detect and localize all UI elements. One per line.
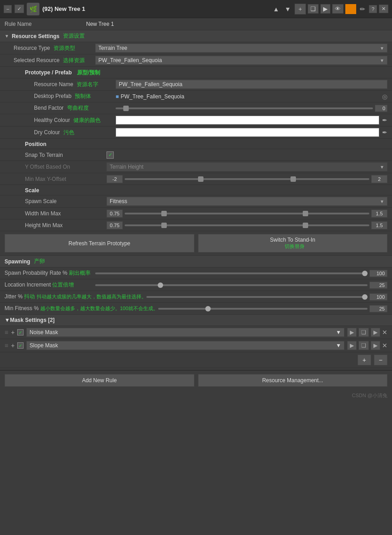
bend-factor-label: Bend Factor 弯曲程度 [34, 104, 116, 112]
dropdown-arrow-icon: ▼ [380, 46, 384, 51]
height-minmax-value: 0.75 1.5 [106, 221, 387, 229]
height-max[interactable]: 1.5 [371, 221, 387, 229]
noise-copy-button[interactable]: ❑ [358, 328, 369, 337]
resource-type-dropdown[interactable]: Terrain Tree ▼ [95, 44, 387, 53]
width-thumb-left[interactable] [161, 211, 167, 216]
resource-settings-header[interactable]: ▼ Resource Settings 资源设置 [0, 30, 392, 42]
slope-mask-icons: ▶ ❑ ▶ ✕ [347, 341, 387, 350]
spawning-title: Spawning [5, 258, 30, 265]
snap-to-terrain-row: Snap To Terrain ✓ [0, 149, 392, 161]
minmax-y-min[interactable]: -2 [106, 175, 123, 183]
dropdown-arrow5-icon: ▼ [336, 342, 341, 349]
resource-type-value: Terrain Tree ▼ [95, 44, 387, 53]
slope-remove-button[interactable]: ✕ [382, 341, 387, 350]
icon-button[interactable]: 🌿 [27, 3, 39, 15]
slope-mask-dropdown[interactable]: Slope Mask ▼ [26, 341, 344, 350]
min-fitness-label: Min Fitness % 越小数量会越多，越大数量会越少。100就不会生成。 [5, 305, 158, 312]
jitter-thumb[interactable] [362, 294, 368, 300]
spawn-prob-track[interactable] [95, 272, 368, 274]
snap-to-terrain-checkbox[interactable]: ✓ [106, 151, 114, 159]
noise-remove-button[interactable]: ✕ [382, 328, 387, 337]
height-range-track[interactable] [125, 224, 369, 226]
width-min[interactable]: 0.75 [106, 209, 123, 218]
switch-standin-button[interactable]: Switch To Stand-In 切换替身 [198, 234, 388, 253]
down-arrow-icon[interactable]: ▼ [283, 5, 293, 14]
mask-settings-header[interactable]: ▼ Mask Settings [2] [0, 315, 392, 326]
y-offset-dropdown[interactable]: Terrain Height ▼ [106, 162, 387, 171]
bend-factor-value: 0 [116, 105, 387, 112]
width-max[interactable]: 1.5 [371, 209, 387, 218]
min-fitness-track[interactable] [158, 308, 368, 310]
slope-copy-button[interactable]: ❑ [358, 341, 369, 350]
prefab-icon: ■ [116, 93, 119, 100]
dry-colour-annotation: 污色 [63, 129, 74, 136]
pencil-icon[interactable]: ✏ [358, 5, 367, 14]
mask-add-button[interactable]: + [358, 355, 371, 365]
jitter-track[interactable] [146, 296, 368, 298]
noise-add-button[interactable]: ▶ [347, 328, 357, 337]
minmax-y-label: Min Max Y-Offset [25, 176, 106, 182]
min-fitness-thumb[interactable] [205, 306, 211, 311]
height-thumb-left[interactable] [161, 223, 167, 228]
spawn-prob-thumb[interactable] [362, 271, 368, 276]
up-arrow-icon[interactable]: ▲ [271, 5, 281, 14]
spawn-probability-slider: 100 [95, 270, 387, 277]
spawning-section-header[interactable]: Spawning 产卵 [0, 256, 392, 268]
play-icon[interactable]: ▶ [320, 4, 330, 14]
y-offset-value: Terrain Height ▼ [106, 162, 387, 171]
noise-mask-checkbox[interactable]: ✓ [17, 329, 24, 336]
location-inc-track[interactable] [95, 284, 368, 286]
width-thumb-right[interactable] [303, 211, 308, 216]
minmax-y-track[interactable] [125, 178, 369, 180]
bend-factor-track[interactable] [116, 107, 373, 109]
minmax-y-thumb-right[interactable] [290, 176, 296, 182]
bend-factor-annotation: 弯曲程度 [67, 105, 89, 111]
drag-handle-icon[interactable]: ≡ [5, 329, 8, 336]
mask-add2-icon[interactable]: + [11, 342, 15, 349]
location-inc-value: 25 [369, 282, 387, 289]
noise-play-button[interactable]: ▶ [371, 328, 380, 337]
refresh-terrain-button[interactable]: Refresh Terrain Prototype [5, 234, 194, 253]
drag-handle2-icon[interactable]: ≡ [5, 342, 8, 349]
target-icon[interactable]: ◎ [382, 93, 387, 100]
healthy-colour-value: ✒ [116, 116, 387, 125]
spawn-scale-dropdown[interactable]: Fitness ▼ [106, 197, 387, 206]
add-new-rule-button[interactable]: Add New Rule [5, 374, 194, 387]
height-min[interactable]: 0.75 [106, 221, 123, 229]
dry-colour-swatch[interactable] [116, 128, 379, 137]
spawn-prob-annotation: 刷出概率 [69, 270, 91, 276]
resource-name-display: PW_Tree_Fallen_Sequoia [116, 80, 387, 89]
bend-factor-thumb[interactable] [123, 106, 129, 111]
mask-add-icon[interactable]: + [11, 329, 15, 336]
color-swatch[interactable] [345, 4, 356, 14]
height-thumb-right[interactable] [303, 223, 308, 228]
height-minmax-label: Height Min Max [25, 222, 106, 229]
check-button[interactable]: ✓ [15, 5, 24, 13]
eye-icon[interactable]: 👁 [332, 4, 344, 14]
jitter-long-annotation: 抖动越大成簇的几率越大，数值越高为最佳选择。 [37, 294, 146, 299]
copy-icon[interactable]: ❑ [308, 4, 319, 14]
close-button[interactable]: ✕ [379, 5, 388, 13]
min-fitness-value: 25 [369, 305, 387, 312]
eyedropper-icon[interactable]: ✒ [382, 117, 387, 124]
help-button[interactable]: ? [369, 5, 377, 13]
selected-resource-dropdown[interactable]: PW_Tree_Fallen_Sequoia ▼ [95, 56, 387, 65]
minmax-y-thumb-left[interactable] [198, 176, 203, 182]
add-icon[interactable]: ＋ [295, 4, 306, 15]
slope-add-button[interactable]: ▶ [347, 341, 357, 350]
slope-play-button[interactable]: ▶ [371, 341, 380, 350]
collapse-button[interactable]: − [4, 5, 12, 13]
healthy-colour-swatch[interactable] [116, 116, 379, 125]
mask-triangle-icon: ▼ [5, 317, 10, 323]
location-inc-thumb[interactable] [158, 282, 163, 288]
noise-mask-dropdown[interactable]: Noise Mask ▼ [26, 328, 344, 337]
width-range-track[interactable] [125, 213, 369, 214]
minmax-y-max[interactable]: 2 [371, 175, 387, 183]
mask-remove-button[interactable]: − [374, 355, 387, 365]
resource-management-button[interactable]: Resource Management... [198, 374, 388, 387]
dropdown-arrow3-icon: ▼ [380, 199, 384, 204]
slope-mask-checkbox[interactable]: ✓ [17, 342, 24, 349]
resource-name-annotation: 资源名字 [77, 81, 98, 88]
jitter-label: Jitter % 抖动 抖动越大成簇的几率越大，数值越高为最佳选择。 [5, 293, 146, 301]
eyedropper2-icon[interactable]: ✒ [382, 129, 387, 136]
